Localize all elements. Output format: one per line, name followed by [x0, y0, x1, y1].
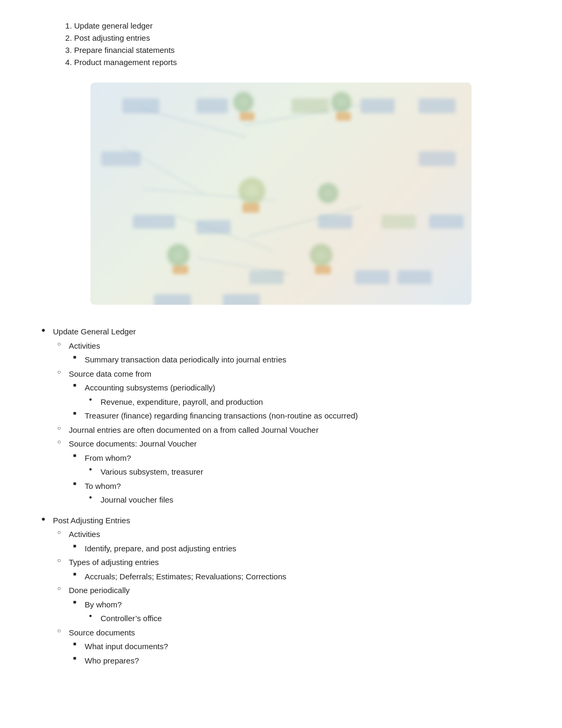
list-item-summary-transaction: Summary transaction data periodically in… [85, 354, 520, 366]
network-diagram [90, 83, 472, 305]
ordered-item-3: Prepare financial statements [74, 46, 520, 54]
ordered-item-1: Update general ledger [74, 21, 520, 30]
list-item-accruals: Accruals; Deferrals; Estimates; Revaluat… [85, 571, 520, 583]
post-adjusting-entries-label: Post Adjusting Entries [53, 516, 130, 525]
list-item-controllers-office: Controller’s office [101, 613, 520, 625]
list-item-accounting-subsystems: Accounting subsystems (periodically) Rev… [85, 382, 520, 408]
list-item-treasurer: Treasurer (finance) regarding financing … [85, 410, 520, 422]
list-item-source-documents-2: Source documents What input documents? W… [69, 627, 520, 667]
list-item-update-general-ledger: Update General Ledger Activities Summary… [53, 326, 520, 506]
list-item-various-subsystem: Various subsystem, treasurer [101, 466, 520, 478]
list-item-revenue: Revenue, expenditure, payroll, and produ… [101, 396, 520, 408]
list-item-identify-prepare: Identify, prepare, and post adjusting en… [85, 543, 520, 555]
list-item-source-documents-jv: Source documents: Journal Voucher From w… [69, 438, 520, 506]
ordered-item-4: Product management reports [74, 58, 520, 67]
list-item-source-data: Source data come from Accounting subsyst… [69, 368, 520, 422]
list-item-activities-2: Activities Identify, prepare, and post a… [69, 529, 520, 554]
list-item-journal-entries-documented: Journal entries are often documented on … [69, 424, 520, 436]
update-gl-children: Activities Summary transaction data peri… [53, 340, 520, 506]
list-item-from-whom: From whom? Various subsystem, treasurer [85, 452, 520, 478]
list-item-done-periodically: Done periodically By whom? Controller’s … [69, 585, 520, 625]
list-item-who-prepares: Who prepares? [85, 655, 520, 667]
list-item-types-adjusting: Types of adjusting entries Accruals; Def… [69, 557, 520, 583]
activities-1-label: Activities [69, 341, 100, 350]
list-item-to-whom: To whom? Journal voucher files [85, 480, 520, 506]
list-item-by-whom: By whom? Controller’s office [85, 599, 520, 625]
list-item-activities-1: Activities Summary transaction data peri… [69, 340, 520, 366]
content-area: Update General Ledger Activities Summary… [42, 326, 520, 667]
list-item-post-adjusting-entries: Post Adjusting Entries Activities Identi… [53, 515, 520, 667]
list-item-journal-voucher-files: Journal voucher files [101, 494, 520, 506]
list-item-what-input: What input documents? [85, 641, 520, 653]
update-general-ledger-label: Update General Ledger [53, 327, 136, 336]
main-list: Update General Ledger Activities Summary… [42, 326, 520, 667]
post-ae-children: Activities Identify, prepare, and post a… [53, 529, 520, 667]
ordered-list: Update general ledger Post adjusting ent… [74, 21, 520, 67]
ordered-item-2: Post adjusting entries [74, 33, 520, 42]
